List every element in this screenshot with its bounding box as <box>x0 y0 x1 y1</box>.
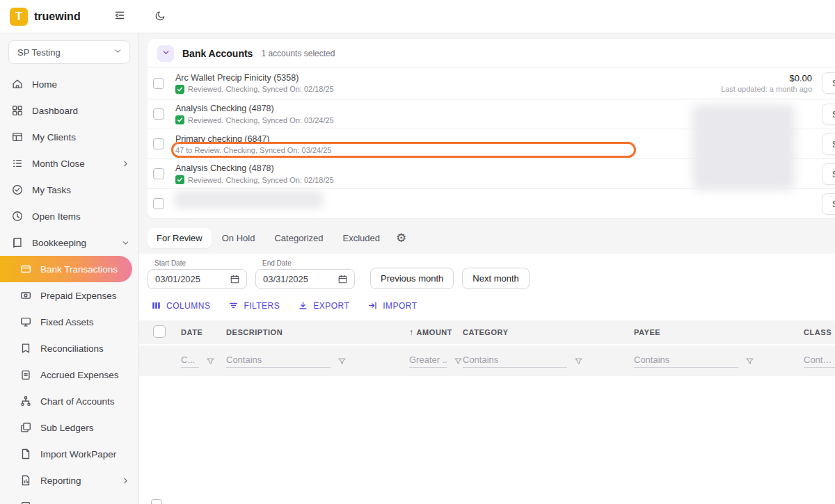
sidebar-collapse-button[interactable] <box>110 7 129 26</box>
sidebar-item-my-tasks[interactable]: My Tasks <box>0 177 138 203</box>
account-status-text: Reviewed. Checking, Synced On: 02/18/25 <box>188 176 334 184</box>
sidebar-item-label: Prepaid Expenses <box>40 291 117 301</box>
sidebar-item-month-close[interactable]: Month Close <box>0 150 138 177</box>
account-balance: $0.00 <box>789 73 812 83</box>
filters-icon <box>228 300 239 311</box>
collapse-accounts-button[interactable] <box>157 45 174 62</box>
columns-button[interactable]: COLUMNS <box>151 300 210 311</box>
next-month-button[interactable]: Next month <box>462 268 529 289</box>
start-date-input[interactable]: 03/01/2025 <box>148 269 247 289</box>
sidebar-item-sub-ledgers[interactable]: Sub Ledgers <box>0 414 138 441</box>
sidebar-item-label: Bank Transactions <box>40 264 118 275</box>
import-workpaper-icon <box>19 448 32 460</box>
import-button[interactable]: IMPORT <box>367 300 417 311</box>
tab-excluded[interactable]: Excluded <box>334 228 389 248</box>
row-checkbox-partial[interactable] <box>151 499 162 504</box>
filter-funnel-icon[interactable] <box>574 357 583 366</box>
sidebar-item-label: Home <box>32 79 57 90</box>
open-items-icon <box>11 210 24 222</box>
header-class[interactable]: CLASS <box>804 328 835 336</box>
main-content: Bank Accounts 1 accounts selected Arc Wa… <box>139 33 835 504</box>
sidebar-item-dashboard[interactable]: Dashboard <box>0 97 138 124</box>
sidebar-item-accrued-expenses[interactable]: Accrued Expenses <box>0 361 138 388</box>
sidebar-item-open-items[interactable]: Open Items <box>0 203 138 229</box>
tab-on-hold[interactable]: On Hold <box>213 228 264 248</box>
class-filter-input[interactable]: Contains <box>804 355 835 368</box>
select-account-button[interactable]: Select a <box>822 163 835 185</box>
date-filter-operator[interactable]: C... <box>181 355 199 368</box>
sub-ledgers-icon <box>19 421 32 434</box>
sidebar-item-prepaid-expenses[interactable]: Prepaid Expenses <box>0 282 138 309</box>
tab-categorized[interactable]: Categorized <box>265 228 332 248</box>
header-category[interactable]: CATEGORY <box>463 328 634 336</box>
account-row-highlighted: Primary checking (6847) 47 to Review. Ch… <box>148 129 835 158</box>
sidebar-item-label: Open Items <box>32 211 81 222</box>
select-all-checkbox[interactable] <box>153 325 166 338</box>
end-date-input[interactable]: 03/31/2025 <box>255 269 355 289</box>
account-checkbox[interactable] <box>153 78 164 89</box>
account-checkbox[interactable] <box>153 138 164 149</box>
account-checkbox[interactable] <box>153 108 164 120</box>
calendar-icon <box>337 274 348 284</box>
calendar-icon <box>230 274 240 284</box>
sidebar-item-fixed-assets[interactable]: Fixed Assets <box>0 309 138 335</box>
app-window: T truewind SP Testing Home <box>0 0 835 504</box>
header-payee[interactable]: PAYEE <box>634 328 804 336</box>
sidebar-item-my-clients[interactable]: My Clients <box>0 124 138 150</box>
bank-accounts-panel: Bank Accounts 1 accounts selected Arc Wa… <box>148 39 835 218</box>
sidebar-item-reporting[interactable]: Reporting <box>0 467 138 494</box>
select-account-button[interactable]: Select a <box>822 193 835 215</box>
amount-filter-operator[interactable]: Greater ... <box>409 355 447 368</box>
fixed-assets-icon <box>19 316 32 328</box>
bookkeeping-icon <box>11 236 24 249</box>
filter-funnel-icon[interactable] <box>454 357 463 366</box>
top-bar-actions <box>139 7 835 26</box>
start-date-value: 03/01/2025 <box>155 274 200 284</box>
export-button[interactable]: EXPORT <box>298 300 349 311</box>
bank-accounts-list: Arc Wallet Precip Finicity (5358) Review… <box>148 67 835 218</box>
dark-mode-toggle[interactable] <box>150 7 170 26</box>
select-account-button[interactable]: Select a <box>822 72 835 94</box>
account-checkbox[interactable] <box>153 198 164 209</box>
account-status-text: Reviewed. Checking, Synced On: 02/18/25 <box>188 85 334 93</box>
sidebar-item-partial[interactable] <box>0 494 138 504</box>
gear-icon[interactable]: ⚙ <box>396 232 406 244</box>
sidebar-item-import-workpaper[interactable]: Import WorkPaper <box>0 441 138 467</box>
header-amount[interactable]: ↑ AMOUNT <box>409 327 463 337</box>
account-name: Analysis Checking (4878) <box>175 163 334 173</box>
tab-for-review[interactable]: For Review <box>148 228 212 248</box>
workspace-select-value: SP Testing <box>17 47 61 58</box>
chart-of-accounts-icon <box>19 395 32 407</box>
description-filter-input[interactable] <box>226 355 331 368</box>
transactions-panel: Start Date 03/01/2025 End Date 03/31/202… <box>139 254 835 504</box>
category-filter-input[interactable] <box>463 355 567 368</box>
sidebar-item-bank-transactions[interactable]: Bank Transactions <box>0 256 132 282</box>
document-icon <box>19 501 32 504</box>
workspace-select[interactable]: SP Testing <box>8 40 130 64</box>
sidebar-item-bookkeeping[interactable]: Bookkeeping <box>0 229 138 256</box>
accounts-selected-note: 1 accounts selected <box>261 49 335 58</box>
select-account-button[interactable]: Select a <box>822 104 835 125</box>
filter-funnel-icon[interactable] <box>337 357 347 366</box>
sidebar-item-label: My Tasks <box>32 185 71 195</box>
previous-month-button[interactable]: Previous month <box>370 268 454 289</box>
sidebar-item-home[interactable]: Home <box>0 71 138 97</box>
moon-icon <box>154 10 166 24</box>
sidebar-item-reconciliations[interactable]: Reconciliations <box>0 335 138 361</box>
select-account-button[interactable]: Select a <box>822 133 835 155</box>
sidebar: SP Testing Home Dashboard My Clients Mon… <box>0 33 139 504</box>
header-description[interactable]: DESCRIPTION <box>226 328 409 336</box>
account-row: Analysis Checking (4878) Reviewed. Check… <box>148 158 835 188</box>
header-date[interactable]: DATE <box>181 328 226 336</box>
filter-funnel-icon[interactable] <box>206 357 215 366</box>
filters-button[interactable]: FILTERS <box>228 300 280 311</box>
filter-funnel-icon[interactable] <box>745 357 754 366</box>
payee-filter-input[interactable] <box>634 355 738 368</box>
tasks-icon <box>11 184 24 196</box>
import-icon <box>367 300 378 311</box>
sidebar-item-chart-of-accounts[interactable]: Chart of Accounts <box>0 388 138 414</box>
brand-name: truewind <box>34 10 81 23</box>
account-checkbox[interactable] <box>153 168 164 179</box>
sidebar-item-label: Month Close <box>32 158 85 169</box>
sidebar-item-label: Import WorkPaper <box>40 449 116 460</box>
